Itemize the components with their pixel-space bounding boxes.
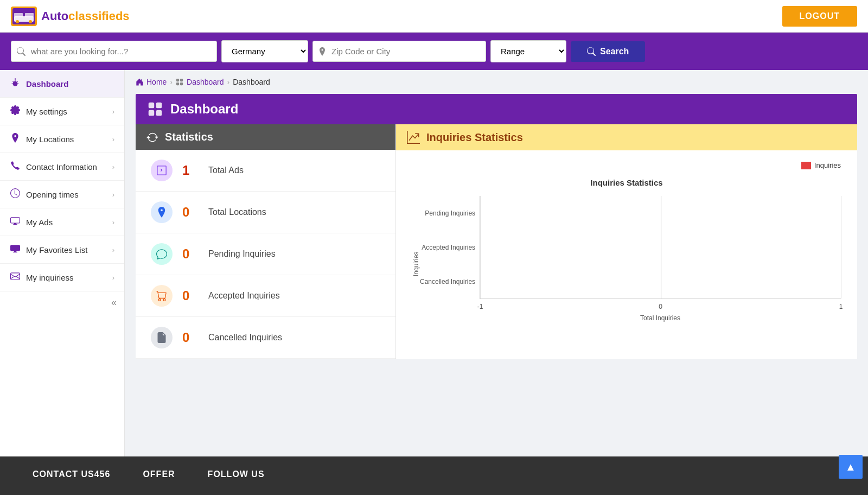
mail-icon xyxy=(10,271,21,283)
sidebar-item-contact-information[interactable]: Contact Information › xyxy=(0,153,124,181)
top-bar: Autoclassifieds LOGOUT xyxy=(0,0,868,33)
stat-count-cancelled-inquiries: 0 xyxy=(182,330,199,345)
location-pin-icon xyxy=(10,133,21,145)
y-label-cancelled: Cancelled Inquiries xyxy=(420,278,475,285)
stat-label-total-locations: Total Locations xyxy=(208,207,266,217)
sidebar-label-opening: Opening times xyxy=(26,190,79,199)
footer-follow-title: FOLLOW US xyxy=(208,469,265,479)
search-input[interactable] xyxy=(11,41,217,62)
chevron-icon-inquiries: › xyxy=(112,274,114,282)
zip-wrapper xyxy=(312,41,486,62)
stat-icon-accepted-inquiries xyxy=(151,285,173,307)
stat-icon-total-ads xyxy=(151,160,173,181)
chart-area: Inquiries Inquiries Statistics Inquiries… xyxy=(396,150,857,332)
clock-icon xyxy=(10,188,21,200)
svg-rect-6 xyxy=(25,13,34,17)
heart-icon xyxy=(10,244,21,256)
sidebar-label-settings: My settings xyxy=(26,107,67,116)
stat-label-total-ads: Total Ads xyxy=(208,166,244,175)
sidebar-item-favorites[interactable]: My Favorites List › xyxy=(0,236,124,264)
stats-area: Statistics 1 Total Ads 0 Total Loc xyxy=(136,124,857,359)
collapse-icon: « xyxy=(111,297,117,308)
svg-point-3 xyxy=(16,20,19,23)
sidebar-label-dashboard: Dashboard xyxy=(26,79,68,88)
settings-icon xyxy=(10,105,21,117)
stats-icon xyxy=(146,131,158,143)
footer-section-follow: FOLLOW US xyxy=(208,469,265,484)
sidebar-collapse-button[interactable]: « xyxy=(0,291,124,314)
main-layout: Dashboard My settings › My Locations › xyxy=(0,70,868,456)
footer-offer-title: OFFER xyxy=(143,469,175,479)
search-bar: Germany USA France Range 10 km 25 km 50 … xyxy=(0,33,868,70)
logo-text-part1: Auto xyxy=(41,9,68,23)
sidebar: Dashboard My settings › My Locations › xyxy=(0,70,125,456)
svg-rect-5 xyxy=(14,13,23,17)
footer-contact-title: CONTACT US456 xyxy=(33,469,110,479)
breadcrumb-home[interactable]: Home xyxy=(146,78,167,86)
sidebar-item-opening-times[interactable]: Opening times › xyxy=(0,181,124,208)
country-select[interactable]: Germany USA France xyxy=(221,40,308,62)
x-label-1: 1 xyxy=(839,303,843,310)
sidebar-item-inquiries[interactable]: My inquiriess › xyxy=(0,264,124,291)
sidebar-item-dashboard[interactable]: Dashboard xyxy=(0,70,124,98)
stat-icon-cancelled-inquiries xyxy=(151,327,173,348)
footer: CONTACT US456 OFFER FOLLOW US xyxy=(0,456,868,495)
footer-section-offer: OFFER xyxy=(143,469,175,484)
stat-label-accepted-inquiries: Accepted Inquiries xyxy=(208,291,280,301)
scroll-top-icon: ▲ xyxy=(845,461,856,473)
stats-section-title: Statistics xyxy=(165,131,213,143)
stat-count-total-locations: 0 xyxy=(182,205,199,220)
chart-legend: Inquiries xyxy=(801,161,841,169)
breadcrumb-current: Dashboard xyxy=(233,78,270,86)
sidebar-item-my-ads[interactable]: My Ads › xyxy=(0,208,124,236)
dashboard-header: Dashboard xyxy=(136,94,857,124)
zip-input[interactable] xyxy=(312,41,486,62)
chevron-icon-settings: › xyxy=(112,107,114,116)
legend-box xyxy=(801,162,811,169)
stat-row-pending-inquiries: 0 Pending Inquiries xyxy=(136,233,395,275)
stat-label-cancelled-inquiries: Cancelled Inquiries xyxy=(208,333,282,342)
logout-button[interactable]: LOGOUT xyxy=(782,6,857,27)
stat-row-accepted-inquiries: 0 Accepted Inquiries xyxy=(136,275,395,317)
inquiries-section-title: Inquiries Statistics xyxy=(426,131,523,144)
chevron-icon-ads: › xyxy=(112,218,114,226)
range-select[interactable]: Range 10 km 25 km 50 km xyxy=(490,40,566,62)
y-label-pending: Pending Inquiries xyxy=(425,210,475,217)
stats-title: Statistics xyxy=(136,124,395,150)
stat-count-pending-inquiries: 0 xyxy=(182,246,199,262)
y-label-accepted: Accepted Inquiries xyxy=(422,244,475,251)
logo-text-part2: classifieds xyxy=(68,9,130,23)
scroll-to-top-button[interactable]: ▲ xyxy=(839,455,863,479)
dashboard-title: Dashboard xyxy=(170,101,238,117)
stat-icon-total-locations xyxy=(151,201,173,223)
stat-label-pending-inquiries: Pending Inquiries xyxy=(208,249,276,259)
stat-row-total-ads: 1 Total Ads xyxy=(136,150,395,192)
search-icon xyxy=(587,47,596,56)
stat-icon-pending-inquiries xyxy=(151,243,173,265)
monitor-icon xyxy=(10,216,21,228)
sidebar-item-my-locations[interactable]: My Locations › xyxy=(0,125,124,153)
grid-icon xyxy=(176,78,183,86)
footer-section-contact: CONTACT US456 xyxy=(33,469,110,484)
stats-panel: Statistics 1 Total Ads 0 Total Loc xyxy=(136,124,396,359)
x-label-neg1: -1 xyxy=(477,303,483,310)
sidebar-label-favorites: My Favorites List xyxy=(26,245,87,255)
y-axis-label: Inquiries xyxy=(412,196,420,315)
sidebar-item-my-settings[interactable]: My settings › xyxy=(0,98,124,125)
sidebar-label-locations: My Locations xyxy=(26,135,74,144)
search-button[interactable]: Search xyxy=(571,41,645,62)
breadcrumb-dashboard[interactable]: Dashboard xyxy=(187,78,224,86)
breadcrumb: Home › Dashboard › Dashboard xyxy=(136,70,857,94)
legend-label: Inquiries xyxy=(814,161,841,169)
chevron-icon-favorites: › xyxy=(112,246,114,254)
phone-icon xyxy=(10,161,21,173)
location-icon xyxy=(318,47,327,56)
stat-count-accepted-inquiries: 0 xyxy=(182,288,199,303)
x-label-0: 0 xyxy=(659,303,662,310)
sidebar-label-inquiries: My inquiriess xyxy=(26,273,74,282)
inquiries-title: Inquiries Statistics xyxy=(396,124,857,150)
chevron-icon-contact: › xyxy=(112,163,114,171)
main-content: Home › Dashboard › Dashboard Dashboard S… xyxy=(125,70,868,456)
search-label: Search xyxy=(600,47,629,56)
chevron-icon-locations: › xyxy=(112,135,114,143)
